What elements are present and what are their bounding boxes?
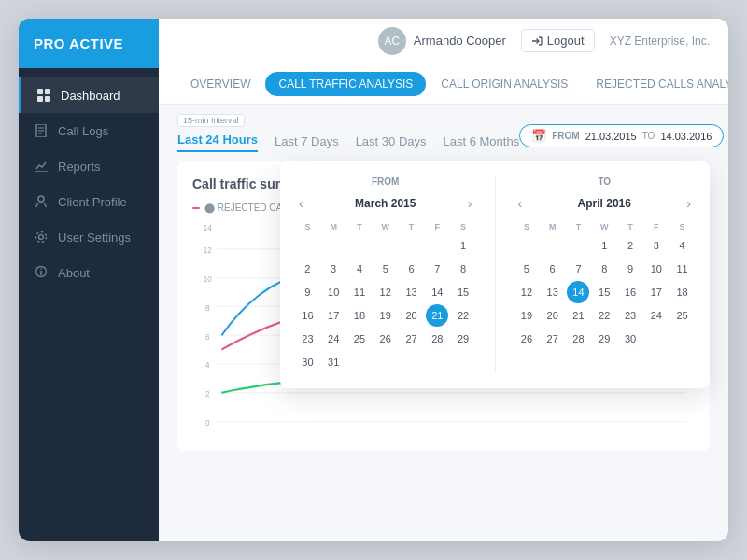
cal-day[interactable]: 2	[296, 258, 318, 280]
tab-overview[interactable]: OVERVIEW	[177, 72, 263, 96]
cal-day[interactable]: 24	[322, 328, 345, 350]
cal-day[interactable]: 3	[322, 258, 345, 280]
from-prev-button[interactable]: ‹	[295, 194, 307, 213]
cal-day[interactable]: 1	[452, 234, 474, 257]
sidebar-item-about[interactable]: About	[19, 255, 159, 290]
tab-call-traffic[interactable]: CALL TRAFFIC ANALYSIS	[265, 72, 426, 96]
cal-day[interactable]: 5	[374, 258, 397, 280]
time-tab-30d[interactable]: Last 30 Days	[356, 134, 427, 152]
cal-day[interactable]: 23	[296, 328, 318, 350]
sidebar-item-reports[interactable]: Reports	[19, 148, 159, 184]
cal-day[interactable]: 14	[567, 281, 589, 303]
cal-day[interactable]: 31	[322, 351, 345, 373]
cal-day[interactable]: 1	[593, 234, 615, 257]
tab-call-origin[interactable]: CALL ORIGIN ANALYSIS	[428, 72, 581, 96]
cal-day[interactable]: 11	[671, 258, 694, 280]
sidebar-nav: Dashboard Call Logs	[19, 77, 159, 541]
cal-day[interactable]: 29	[452, 328, 474, 350]
user-name: Armando Cooper	[414, 34, 506, 48]
cal-day[interactable]: 23	[619, 304, 641, 327]
cal-day[interactable]: 21	[426, 304, 448, 327]
date-range-pill[interactable]: 📅 FROM 21.03.2015 TO 14.03.2016	[519, 124, 724, 147]
date-filter-row: 15-min Interval Last 24 Hours Last 7 Day…	[177, 119, 710, 152]
cal-day[interactable]: 2	[619, 234, 641, 257]
sidebar-label-reports: Reports	[58, 160, 101, 174]
cal-day[interactable]: 25	[348, 328, 371, 350]
cal-day[interactable]: 26	[515, 328, 538, 350]
cal-day[interactable]: 28	[567, 328, 589, 350]
to-month: April 2016	[578, 197, 631, 210]
cal-day[interactable]: 13	[401, 281, 423, 303]
logout-label: Logout	[547, 34, 585, 48]
cal-day[interactable]: 28	[426, 328, 448, 350]
to-next-button[interactable]: ›	[683, 194, 695, 213]
cal-day[interactable]: 7	[426, 258, 448, 280]
cal-day[interactable]: 18	[671, 281, 694, 303]
cal-day[interactable]: 4	[671, 234, 694, 257]
cal-day[interactable]: 29	[593, 328, 615, 350]
cal-day[interactable]: 27	[542, 328, 564, 350]
time-tab-6m[interactable]: Last 6 Months	[444, 134, 520, 152]
cal-day[interactable]: 17	[322, 304, 345, 327]
cal-day[interactable]: 11	[348, 281, 371, 303]
cal-day[interactable]: 16	[296, 304, 318, 327]
tab-rejected-calls[interactable]: REJECTED CALLS ANALYSIS	[583, 72, 728, 96]
topbar-user[interactable]: AC Armando Cooper	[378, 27, 506, 55]
time-tab-7d[interactable]: Last 7 Days	[275, 134, 339, 152]
cal-day[interactable]: 20	[401, 304, 423, 327]
cal-day[interactable]: 30	[296, 351, 318, 373]
cal-day[interactable]: 12	[374, 281, 397, 303]
main-tabs: OVERVIEW CALL TRAFFIC ANALYSIS CALL ORIG…	[159, 63, 728, 105]
from-calendar-label: FROM	[295, 176, 476, 187]
sidebar-item-user-settings[interactable]: User Settings	[19, 219, 159, 255]
cal-day[interactable]: 6	[401, 258, 423, 280]
cal-day	[515, 234, 538, 257]
cal-day[interactable]: 14	[426, 281, 448, 303]
logout-button[interactable]: Logout	[521, 29, 595, 52]
svg-text:6: 6	[205, 331, 209, 342]
cal-day[interactable]: 7	[567, 258, 589, 280]
app-logo: PRO ACTIVE	[19, 19, 159, 68]
cal-day[interactable]: 6	[542, 258, 564, 280]
to-prev-button[interactable]: ‹	[514, 194, 527, 213]
cal-day[interactable]: 13	[542, 281, 564, 303]
cal-day[interactable]: 8	[593, 258, 615, 280]
cal-day[interactable]: 26	[374, 328, 397, 350]
cal-day[interactable]: 21	[567, 304, 589, 327]
time-range-tabs: Last 24 Hours Last 7 Days Last 30 Days L…	[177, 133, 519, 152]
cal-day[interactable]: 19	[515, 304, 538, 327]
sidebar-item-dashboard[interactable]: Dashboard	[19, 77, 159, 113]
sidebar-item-call-logs[interactable]: Call Logs	[19, 113, 159, 148]
cal-day[interactable]: 8	[452, 258, 474, 280]
cal-day[interactable]: 9	[296, 281, 318, 303]
cal-day[interactable]: 9	[619, 258, 641, 280]
cal-day[interactable]: 22	[593, 304, 615, 327]
cal-day[interactable]: 19	[374, 304, 397, 327]
cal-day[interactable]: 5	[515, 258, 538, 280]
cal-day[interactable]: 15	[452, 281, 474, 303]
from-next-button[interactable]: ›	[464, 194, 476, 213]
cal-day[interactable]: 10	[322, 281, 345, 303]
cal-day[interactable]: 4	[348, 258, 371, 280]
time-tab-24h[interactable]: Last 24 Hours	[177, 133, 258, 152]
cal-day[interactable]: 24	[645, 304, 668, 327]
cal-day[interactable]: 20	[542, 304, 564, 327]
cal-day[interactable]: 25	[671, 304, 694, 327]
cal-day[interactable]: 18	[348, 304, 371, 327]
cal-day[interactable]: 17	[645, 281, 668, 303]
cal-day-header: M	[321, 220, 346, 233]
cal-day[interactable]: 12	[515, 281, 538, 303]
cal-day[interactable]: 30	[619, 328, 641, 350]
cal-day-header: S	[295, 220, 320, 233]
cal-day-header: S	[514, 220, 540, 233]
cal-day[interactable]: 10	[645, 258, 668, 280]
sidebar-item-client-profile[interactable]: Client Profile	[19, 184, 159, 219]
cal-day[interactable]: 15	[593, 281, 615, 303]
cal-day[interactable]: 16	[619, 281, 641, 303]
cal-day[interactable]: 22	[452, 304, 474, 327]
gear-icon	[34, 230, 49, 245]
cal-day[interactable]: 3	[645, 234, 668, 257]
sidebar: PRO ACTIVE Dashboard	[19, 19, 159, 541]
cal-day[interactable]: 27	[401, 328, 423, 350]
svg-text:10: 10	[204, 273, 212, 284]
